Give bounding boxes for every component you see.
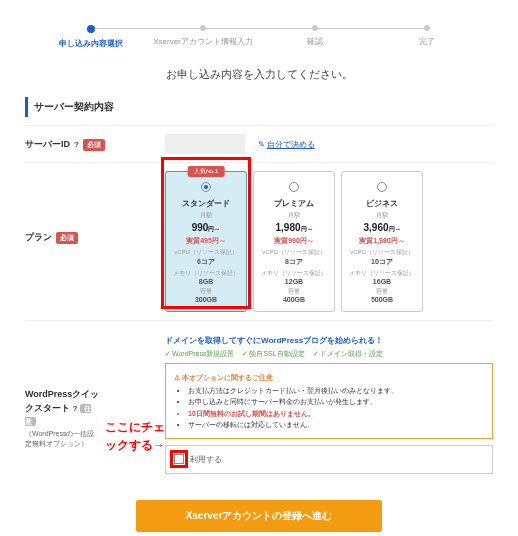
plan-name: ビジネス bbox=[346, 198, 418, 209]
wp-quickstart-row: WordPressクイックスタート ? 任意 （WordPressの一括設定無料… bbox=[25, 320, 493, 482]
feature-item: WordPress新規設置 bbox=[165, 350, 235, 357]
lead-text: お申し込み内容を入力してください。 bbox=[25, 67, 493, 82]
feature-item: ドメイン取得・設定 bbox=[313, 350, 383, 357]
help-icon[interactable]: ? bbox=[73, 404, 78, 413]
checkbox-label: 利用する bbox=[190, 454, 222, 465]
feature-list: WordPress新規設置 独自SSL自動設定 ドメイン取得・設定 bbox=[165, 349, 493, 359]
plan-card-2[interactable]: ビジネス 月額 3,960円～ 実質1,980円～ vCPU（リソース保証）10… bbox=[341, 171, 423, 312]
wp-sublabel: （WordPressの一括設定無料オプション） bbox=[25, 429, 101, 450]
plan-row: プラン 必須 人気No.1 スタンダード 月額 990円～ 実質495円～ vC… bbox=[25, 162, 493, 320]
progress-steps: 申し込み内容選択 Xserverアカウント情報入力 確認 完了 bbox=[35, 25, 483, 49]
section-title: サーバー契約内容 bbox=[25, 97, 493, 117]
server-id-label: サーバーID bbox=[25, 138, 70, 151]
required-badge: 必須 bbox=[56, 232, 78, 244]
notice-title: 本オプションに関するご注意 bbox=[174, 372, 484, 383]
ribbon: 人気No.1 bbox=[188, 166, 225, 177]
notice-item: サーバーの移転には対応していません。 bbox=[188, 419, 484, 430]
plan-card-0[interactable]: 人気No.1 スタンダード 月額 990円～ 実質495円～ vCPU（リソース… bbox=[165, 171, 247, 312]
annotation-arrow: ここにチェックする→ bbox=[105, 418, 165, 454]
plan-cards: 人気No.1 スタンダード 月額 990円～ 実質495円～ vCPU（リソース… bbox=[165, 171, 493, 312]
promo-text: ドメインを取得してすぐにWordPressブログを始められる！ bbox=[165, 335, 493, 346]
notice-item: 10日間無料のお試し期間はありません。 bbox=[188, 408, 484, 419]
server-id-change-link[interactable]: 自分で決める bbox=[267, 140, 315, 149]
plan-name: プレミアム bbox=[258, 198, 330, 209]
feature-item: 独自SSL自動設定 bbox=[242, 350, 304, 357]
plan-label: プラン bbox=[25, 231, 52, 244]
plan-radio[interactable] bbox=[201, 182, 211, 192]
plan-card-1[interactable]: プレミアム 月額 1,980円～ 実質990円～ vCPU（リソース保証）8コア… bbox=[253, 171, 335, 312]
step-1: 申し込み内容選択 bbox=[35, 25, 147, 49]
plan-radio[interactable] bbox=[377, 182, 387, 192]
notice-item: お支払方法はクレジットカード払い・翌月後払いのみとなります。 bbox=[188, 385, 484, 396]
proceed-button[interactable]: Xserverアカウントの登録へ進む bbox=[136, 500, 383, 532]
plan-radio[interactable] bbox=[289, 182, 299, 192]
notice-box: 本オプションに関するご注意 お支払方法はクレジットカード払い・翌月後払いのみとな… bbox=[165, 363, 493, 439]
step-2: Xserverアカウント情報入力 bbox=[147, 25, 259, 49]
required-badge: 必須 bbox=[83, 139, 105, 151]
checkbox-row[interactable]: 利用する bbox=[165, 445, 493, 474]
use-checkbox[interactable] bbox=[174, 454, 184, 464]
step-4: 完了 bbox=[371, 25, 483, 49]
plan-name: スタンダード bbox=[170, 198, 242, 209]
step-3: 確認 bbox=[259, 25, 371, 49]
server-id-value bbox=[165, 134, 245, 154]
help-icon[interactable]: ? bbox=[74, 140, 79, 149]
server-id-row: サーバーID ? 必須 自分で決める bbox=[25, 125, 493, 162]
notice-item: お申し込みと同時にサーバー料金のお支払いが発生します。 bbox=[188, 396, 484, 407]
